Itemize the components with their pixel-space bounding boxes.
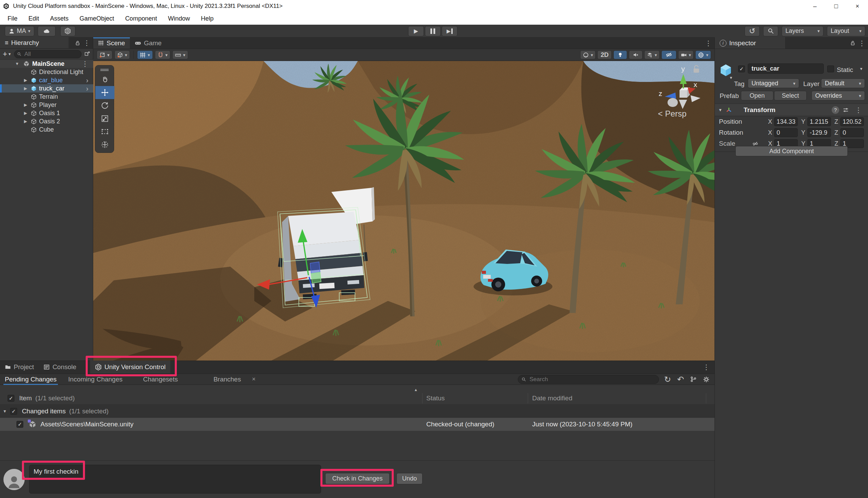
gizmo-plane-xy[interactable] [310,262,320,274]
scale-tool-button[interactable] [95,112,114,125]
hierarchy-row-mainscene[interactable]: ▼ MainScene ⋮ [0,60,93,68]
rect-tool-button[interactable] [95,125,114,138]
snap-settings-dropdown[interactable]: ▾ [155,50,171,59]
help-icon[interactable]: ? [832,106,839,114]
search-everywhere-button[interactable] [763,26,778,36]
minimize-button[interactable]: – [804,0,826,12]
foldout-closed-icon[interactable]: ▶ [24,78,27,83]
rotation-x-field[interactable]: 0 [774,128,798,137]
effects-dropdown[interactable]: ▾ [644,50,660,59]
checkin-changes-button[interactable]: Check in Changes [325,473,390,484]
scene-viewport[interactable]: y x z < Persp [93,61,714,361]
gear-icon[interactable] [703,376,710,383]
position-x-field[interactable]: 134.33 [774,117,798,126]
close-tab-icon[interactable]: × [252,376,256,383]
prefab-chevron-icon[interactable]: › [86,76,88,84]
hierarchy-row-cube[interactable]: Cube [0,125,93,134]
foldout-closed-icon[interactable]: ▶ [24,102,27,107]
maximize-button[interactable]: □ [826,0,847,12]
prefab-select-button[interactable]: Select [774,91,807,100]
add-object-button[interactable]: + [3,51,7,58]
tag-dropdown[interactable]: Untagged▾ [748,78,799,88]
tool-handle-rotation-dropdown[interactable]: ▾ [114,50,130,59]
hierarchy-search-input[interactable] [14,50,82,58]
incoming-changes-tab[interactable]: Incoming Changes [65,374,126,385]
perspective-label[interactable]: < Persp [658,109,686,118]
caret-down-icon[interactable]: ▾ [860,66,863,71]
static-checkbox[interactable] [827,65,834,72]
prefab-overrides-dropdown[interactable]: Overrides▾ [811,91,865,100]
undo-button[interactable]: Undo [396,473,423,484]
checkin-comment-field[interactable]: My first checkin [29,465,321,494]
hierarchy-row-player[interactable]: ▶ Player [0,101,93,109]
play-button[interactable]: ▶ [408,26,424,36]
changesets-tab[interactable]: Changesets [140,374,181,385]
foldout-open-icon[interactable]: ▼ [3,409,7,414]
select-all-checkbox[interactable]: ✓ [8,395,14,402]
branches-tab[interactable]: Branches [210,374,244,385]
undo-history-button[interactable]: ↺ [745,26,760,36]
transform-header[interactable]: ▼ Transform ? ⋮ [715,104,868,116]
step-button[interactable]: ▶ [442,26,457,36]
position-z-field[interactable]: 120.52 [840,117,864,126]
tool-handle-position-dropdown[interactable]: ▾ [97,50,112,59]
cloud-button[interactable] [38,26,56,36]
branch-icon[interactable] [690,376,697,382]
menu-edit[interactable]: Edit [24,13,44,24]
foldout-closed-icon[interactable]: ▶ [24,119,27,124]
rotate-tool-button[interactable] [95,99,114,112]
menu-component[interactable]: Component [120,13,162,24]
kebab-menu-icon[interactable]: ⋮ [856,39,868,47]
grid-snapping-toggle[interactable]: ▾ [137,50,153,59]
game-tab[interactable]: Game [130,37,167,49]
row-checkbox[interactable]: ✓ [16,421,23,428]
scene-visibility-toggle[interactable] [661,50,676,59]
lock-icon[interactable] [75,40,81,46]
account-button[interactable]: MA ▾ [5,26,34,36]
table-row[interactable]: ✓ Assets\Scenes\MainScene.unity Checked-… [0,418,714,431]
menu-gameobject[interactable]: GameObject [75,13,119,24]
shading-mode-dropdown[interactable]: ▾ [580,50,596,59]
caret-down-icon[interactable]: ▾ [9,51,11,57]
menu-window[interactable]: Window [163,13,195,24]
lock-icon[interactable] [850,40,856,46]
status-column-header[interactable]: Status [426,394,445,402]
pending-changes-tab[interactable]: Pending Changes [1,374,60,385]
sort-asc-icon[interactable]: ▲ [414,388,418,392]
caret-down-icon[interactable]: ▾ [730,75,732,80]
position-y-field[interactable]: 1.2115 [807,117,831,126]
version-control-button[interactable] [60,26,75,36]
transform-tool-button[interactable] [95,138,114,151]
item-column-header[interactable]: Item [19,394,32,402]
link-broken-icon[interactable] [753,141,758,147]
hierarchy-row-directional-light[interactable]: Directional Light [0,68,93,76]
foldout-open-icon[interactable]: ▼ [718,108,722,112]
active-checkbox[interactable]: ✓ [738,65,745,72]
snap-increment-dropdown[interactable]: ▾ [172,50,188,59]
close-button[interactable]: × [847,0,868,12]
hierarchy-tab[interactable]: ≡ Hierarchy [0,37,69,48]
menu-help[interactable]: Help [196,13,218,24]
kebab-menu-icon[interactable]: ⋮ [700,361,712,374]
console-tab[interactable]: Console [39,361,81,374]
foldout-closed-icon[interactable]: ▶ [24,111,27,116]
kebab-menu-icon[interactable]: ⋮ [79,60,91,68]
refresh-icon[interactable]: ↻ [664,375,671,384]
search-box[interactable] [518,375,659,384]
foldout-closed-icon[interactable]: ▶ [24,86,27,91]
undo-icon[interactable]: ↶ [677,375,684,384]
lighting-toggle[interactable] [613,50,627,59]
gameobject-name-field[interactable] [748,63,824,74]
prefab-chevron-icon[interactable]: › [86,85,88,93]
hierarchy-row-truck-car[interactable]: ▶ truck_car › [0,84,93,93]
hierarchy-row-car-blue[interactable]: ▶ car_blue › [0,76,93,84]
menu-file[interactable]: File [3,13,22,24]
overlay-drag-handle[interactable] [95,67,114,73]
gizmos-dropdown[interactable]: ▾ [695,50,711,59]
project-tab[interactable]: Project [0,361,39,374]
date-column-header[interactable]: Date modified [532,394,572,402]
scene-picker-icon[interactable] [84,51,90,57]
inspector-tab[interactable]: i Inspector [715,37,785,49]
layout-dropdown[interactable]: Layout ▾ [827,26,865,36]
hierarchy-row-oasis-2[interactable]: ▶ Oasis 2 [0,117,93,125]
